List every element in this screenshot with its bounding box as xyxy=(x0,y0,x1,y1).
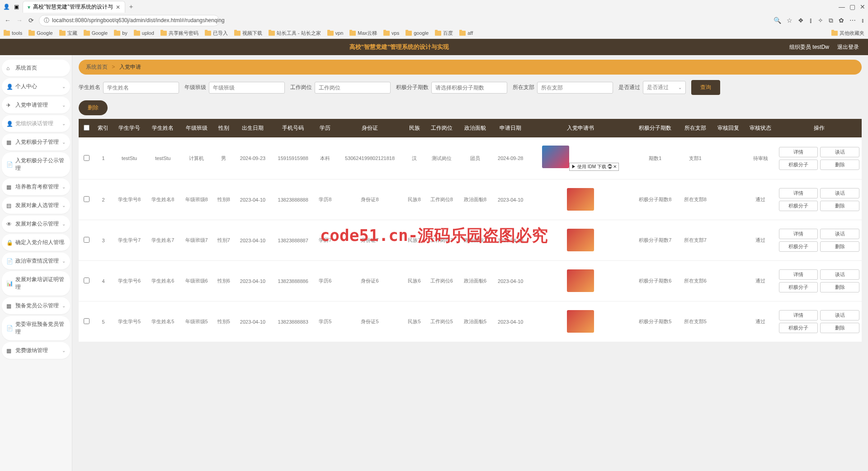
ext2-icon[interactable]: ⧉ xyxy=(829,17,833,24)
bookmark-item[interactable]: aff xyxy=(459,30,473,36)
sidebar-item[interactable]: 👤个人中心⌄ xyxy=(2,78,70,95)
sidebar-item[interactable]: ⌂系统首页 xyxy=(2,60,70,76)
chevron-down-icon: ⌄ xyxy=(62,103,66,108)
chevron-down-icon: ⌄ xyxy=(62,259,66,264)
action-删除[interactable]: 删除 xyxy=(820,282,859,292)
action-积极分子[interactable]: 积极分子 xyxy=(779,241,818,252)
action-详情[interactable]: 详情 xyxy=(779,188,818,198)
bookmark-item[interactable]: tools xyxy=(4,30,22,36)
branch-input[interactable] xyxy=(537,82,613,94)
ext3-icon[interactable]: ✿ xyxy=(839,17,844,24)
minimize-icon[interactable]: — xyxy=(839,3,845,10)
sidebar-item[interactable]: ▦入党积极分子管理⌄ xyxy=(2,134,70,151)
bookmark-item[interactable]: vps xyxy=(383,30,399,36)
sidebar-item[interactable]: 👤党组织谈话管理⌄ xyxy=(2,115,70,132)
menu-icon[interactable]: ⋯ xyxy=(849,17,856,24)
job-input[interactable] xyxy=(315,82,391,94)
bookmark-item[interactable]: 站长工具 - 站长之家 xyxy=(269,30,321,37)
favorite-icon[interactable]: ☆ xyxy=(787,17,793,24)
maximize-icon[interactable]: ▢ xyxy=(849,3,855,10)
bookmark-item[interactable]: 视频下载 xyxy=(234,30,262,37)
action-积极分子[interactable]: 积极分子 xyxy=(779,201,818,211)
bookmark-item[interactable]: 已导入 xyxy=(205,30,228,37)
row-checkbox[interactable] xyxy=(84,237,90,243)
action-详情[interactable]: 详情 xyxy=(779,229,818,239)
action-详情[interactable]: 详情 xyxy=(779,147,818,157)
application-thumb[interactable] xyxy=(567,310,594,333)
sidebar-item[interactable]: ▦党费缴纳管理⌄ xyxy=(2,342,70,359)
application-thumb[interactable] xyxy=(567,188,594,211)
bookmark-item[interactable]: Google xyxy=(84,30,108,36)
application-thumb[interactable] xyxy=(567,229,594,251)
action-详情[interactable]: 详情 xyxy=(779,269,818,280)
action-谈话[interactable]: 谈话 xyxy=(820,269,859,280)
sidebar-item[interactable]: 📄党委审批预备党员管理 xyxy=(2,316,70,340)
sidebar-item[interactable]: 📄政治审查情况管理⌄ xyxy=(2,253,70,269)
breadcrumb-home[interactable]: 系统首页 xyxy=(86,64,108,70)
action-积极分子[interactable]: 积极分子 xyxy=(779,160,818,170)
sidebar-item[interactable]: ✈入党申请管理⌄ xyxy=(2,97,70,113)
select-all-checkbox[interactable] xyxy=(84,125,90,131)
logout-link[interactable]: 退出登录 xyxy=(837,43,859,51)
bookmark-item[interactable]: 百度 xyxy=(435,30,453,37)
ext1-icon[interactable]: ❖ xyxy=(798,17,804,24)
row-checkbox[interactable] xyxy=(84,318,90,324)
close-window-icon[interactable]: ✕ xyxy=(860,3,865,10)
search-icon[interactable]: 🔍 xyxy=(774,17,781,24)
bookmark-item[interactable]: vpn xyxy=(327,30,344,36)
action-谈话[interactable]: 谈话 xyxy=(820,147,859,157)
sidebar-toggle-icon[interactable]: ▣ xyxy=(13,3,20,10)
period-select[interactable] xyxy=(431,82,507,94)
action-谈话[interactable]: 谈话 xyxy=(820,310,859,320)
panel-icon[interactable]: ⫾ xyxy=(861,17,864,24)
application-thumb[interactable] xyxy=(567,269,594,292)
row-checkbox[interactable] xyxy=(84,155,90,161)
address-bar[interactable]: ⓘ localhost:8080/springboot/q630j/admin/… xyxy=(39,15,220,26)
delete-button[interactable]: 删除 xyxy=(79,100,108,115)
bookmark-overflow[interactable]: 其他收藏夹 xyxy=(831,30,864,37)
collections-icon[interactable]: ✧ xyxy=(818,17,823,24)
browser-tab[interactable]: ▾ 高校"智慧党建"管理系统的设计与 ✕ xyxy=(23,1,125,13)
query-button[interactable]: 查询 xyxy=(691,80,720,95)
bookmark-item[interactable]: Google xyxy=(28,30,52,36)
back-icon[interactable]: ← xyxy=(4,16,12,24)
bookmark-item[interactable]: by xyxy=(114,30,127,36)
pass-select[interactable]: 是否通过 ⌄ xyxy=(643,81,686,94)
bookmark-item[interactable]: 共享账号密码 xyxy=(160,30,198,37)
action-删除[interactable]: 删除 xyxy=(820,241,859,252)
application-thumb[interactable] xyxy=(542,146,569,168)
row-checkbox[interactable] xyxy=(84,196,90,202)
forward-icon[interactable]: → xyxy=(15,16,24,24)
action-删除[interactable]: 删除 xyxy=(820,201,859,211)
refresh-icon[interactable]: ⟳ xyxy=(27,16,35,24)
user-label[interactable]: 组织委员 testDw xyxy=(789,43,829,51)
sidebar-item[interactable]: 👁发展对象公示管理⌄ xyxy=(2,216,70,232)
idm-download-badge[interactable]: ▶ 使用 IDM 下载 ⓶ ✕ xyxy=(569,163,619,171)
sidebar-item[interactable]: 📄入党积极分子公示管理 xyxy=(2,152,70,177)
app-title: 高校"智慧党建"管理系统的设计与实现 xyxy=(9,43,789,51)
class-input[interactable] xyxy=(209,82,285,94)
sidebar-item[interactable]: ▦培养教育考察管理⌄ xyxy=(2,179,70,195)
sidebar-item[interactable]: 📊发展对象培训证明管理 xyxy=(2,271,70,296)
devices-icon[interactable]: ⫿ xyxy=(809,17,812,24)
sidebar-item[interactable]: ▦预备党员公示管理⌄ xyxy=(2,297,70,314)
profile-icon[interactable]: 👤 xyxy=(3,3,10,10)
action-谈话[interactable]: 谈话 xyxy=(820,188,859,198)
sidebar-item[interactable]: 🔒确定入党介绍人管理⌄ xyxy=(2,234,70,251)
action-积极分子[interactable]: 积极分子 xyxy=(779,282,818,292)
action-删除[interactable]: 删除 xyxy=(820,323,859,333)
action-积极分子[interactable]: 积极分子 xyxy=(779,323,818,333)
row-checkbox[interactable] xyxy=(84,278,90,283)
bookmark-item[interactable]: uplod xyxy=(134,30,154,36)
sidebar-item[interactable]: ▤发展对象人选管理⌄ xyxy=(2,197,70,214)
close-tab-icon[interactable]: ✕ xyxy=(116,4,120,10)
main-content: 系统首页 > 入党申请 学生姓名 年级班级 工作岗位 积极分子期数 xyxy=(72,55,868,471)
name-input[interactable] xyxy=(103,82,179,94)
bookmark-item[interactable]: Max云梯 xyxy=(349,30,377,37)
action-删除[interactable]: 删除 xyxy=(820,160,859,170)
action-详情[interactable]: 详情 xyxy=(779,310,818,320)
bookmark-item[interactable]: 宝藏 xyxy=(59,30,77,37)
action-谈话[interactable]: 谈话 xyxy=(820,229,859,239)
bookmark-item[interactable]: google xyxy=(406,30,429,36)
new-tab-icon[interactable]: ＋ xyxy=(128,3,134,11)
